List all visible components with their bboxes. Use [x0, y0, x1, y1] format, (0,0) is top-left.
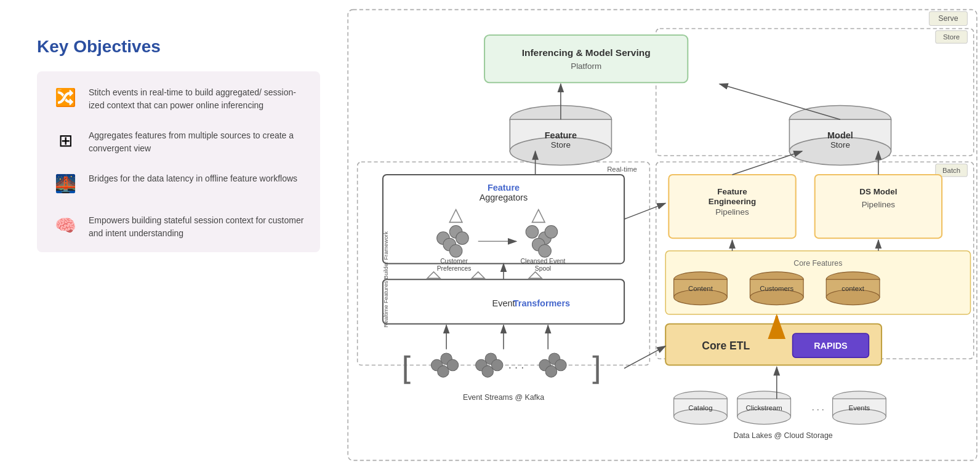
objective-icon-0: 🔀 [52, 84, 79, 111]
event-streams-label: Event Streams @ Kafka [463, 393, 544, 402]
feature-store-label: Feature [545, 130, 577, 140]
svg-point-28 [539, 244, 552, 257]
objective-item-2: 🌉Bridges for the data latency in offline… [52, 170, 305, 197]
svg-text:]: ] [592, 350, 601, 384]
objective-item-0: 🔀Stitch events in real-time to build agg… [52, 84, 305, 112]
objective-text-1: Aggregates features from multiple source… [89, 127, 305, 155]
svg-marker-33 [472, 272, 484, 278]
realtime-label: Real-time [607, 165, 637, 173]
objective-item-1: ⊞Aggregates features from multiple sourc… [52, 127, 305, 155]
svg-text:[: [ [402, 350, 411, 384]
model-store-text: Store [830, 140, 850, 149]
core-etl-label: Core ETL [702, 340, 750, 352]
model-store-label: Model [827, 130, 853, 140]
left-panel: Key Objectives 🔀Stitch events in real-ti… [0, 0, 345, 470]
svg-point-27 [545, 226, 558, 239]
svg-text:Content: Content [688, 285, 713, 292]
svg-point-39 [447, 359, 459, 371]
objectives-list: 🔀Stitch events in real-time to build agg… [37, 71, 320, 252]
inferencing-subtitle: Platform [571, 62, 601, 71]
svg-rect-7 [484, 35, 688, 82]
svg-line-97 [733, 151, 803, 175]
svg-point-43 [491, 359, 503, 371]
inferencing-title: Inferencing & Model Serving [522, 47, 651, 58]
batch-label: Batch [942, 167, 960, 174]
svg-text:Engineering: Engineering [709, 197, 756, 206]
svg-text:Pipelines: Pipelines [715, 207, 749, 217]
framework-label: Realtime Features Builder Framework [383, 231, 389, 327]
feature-engineering-label: Feature [717, 187, 747, 196]
svg-text:context: context [841, 285, 864, 292]
svg-text:Transformers: Transformers [513, 298, 570, 308]
feature-store-text: Store [551, 140, 571, 149]
rapids-label: RAPIDS [814, 341, 848, 351]
svg-rect-50 [669, 175, 795, 238]
svg-marker-34 [529, 272, 542, 278]
objective-text-3: Empowers building stateful session conte… [89, 212, 305, 240]
svg-text:Customers: Customers [760, 285, 793, 292]
objective-icon-2: 🌉 [52, 170, 79, 197]
store-label: Store [943, 33, 960, 41]
svg-line-100 [624, 203, 665, 219]
svg-text:Clickstream: Clickstream [745, 404, 782, 412]
ds-model-label: DS Model [859, 187, 897, 196]
svg-text:Catalog: Catalog [688, 404, 712, 412]
core-features-label: Core Features [793, 259, 842, 268]
feature-aggregators-label: Feature [488, 183, 520, 193]
svg-point-48 [555, 359, 567, 371]
svg-text:. . .: . . . [508, 358, 524, 371]
svg-text:Preferences: Preferences [437, 265, 472, 272]
key-objectives-title: Key Objectives [37, 37, 320, 57]
svg-text:Spool: Spool [535, 265, 551, 272]
svg-point-20 [456, 232, 469, 245]
svg-marker-32 [427, 272, 440, 278]
event-transformers-text: Event [492, 298, 515, 308]
serve-label: Serve [938, 14, 958, 23]
svg-text:Events: Events [849, 404, 870, 412]
svg-text:. . .: . . . [812, 402, 824, 412]
objective-icon-1: ⊞ [52, 127, 79, 154]
objective-icon-3: 🧠 [52, 212, 79, 239]
svg-line-86 [720, 84, 840, 119]
svg-point-21 [449, 244, 462, 257]
svg-text:Pipelines: Pipelines [862, 200, 896, 209]
objective-text-2: Bridges for the data latency in offline … [89, 170, 297, 185]
customer-preferences-label: Customer [440, 258, 468, 265]
cleansed-event-label: Cleansed Event [521, 258, 566, 265]
right-panel: Serve Store Batch Real-time Inferencing … [345, 0, 980, 470]
objective-item-3: 🧠Empowers building stateful session cont… [52, 212, 305, 240]
feature-aggregators-text: Aggregators [480, 193, 528, 202]
architecture-diagram: Serve Store Batch Real-time Inferencing … [345, 0, 980, 470]
objective-text-0: Stitch events in real-time to build aggr… [89, 84, 305, 112]
svg-point-24 [526, 226, 539, 239]
data-lakes-label: Data Lakes @ Cloud Storage [734, 431, 833, 440]
